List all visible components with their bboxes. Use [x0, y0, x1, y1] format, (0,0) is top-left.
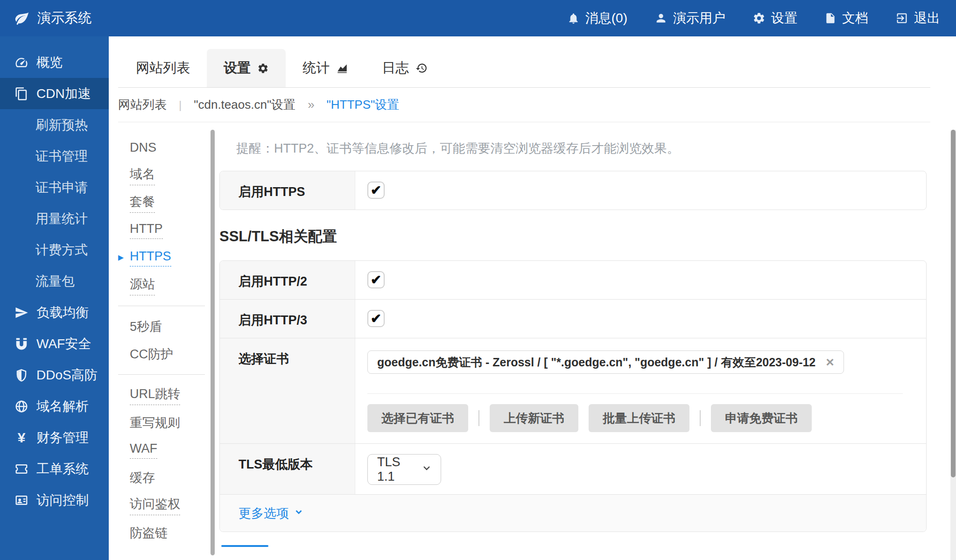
top-navbar: 演示系统 消息(0) 演示用户 设置 — [0, 0, 956, 36]
submenu-item-waf[interactable]: WAF — [109, 436, 216, 464]
sidebar: 概览 CDN加速 刷新预热 证书管理 证书申请 用量统计 计费方式 流量包 负载… — [0, 36, 109, 560]
tab-label: 网站列表 — [136, 59, 190, 77]
settings-body: DNS 域名 套餐 HTTP ▸ HTTPS 源站 5秒盾 CC防护 U — [109, 122, 956, 547]
breadcrumb-site-settings[interactable]: "cdn.teaos.cn"设置 — [194, 97, 295, 113]
form-row-certificate: 选择证书 goedge.cn免费证书 - Zerossl / [ "*.goed… — [220, 338, 926, 443]
upload-new-cert-button[interactable]: 上传新证书 — [490, 404, 578, 432]
submenu-item-rewrite[interactable]: 重写规则 — [109, 409, 216, 436]
contact-card-icon — [14, 493, 29, 507]
enable-https-checkbox[interactable]: ✔ — [367, 182, 385, 199]
submenu-item-hotlink[interactable]: 防盗链 — [109, 519, 216, 546]
sidebar-item-ddos[interactable]: DDoS高防 — [0, 359, 109, 391]
sidebar-item-label: 域名解析 — [36, 398, 89, 415]
sidebar-item-label: 工单系统 — [36, 460, 89, 478]
user-label: 演示用户 — [673, 9, 725, 27]
user-menu[interactable]: 演示用户 — [654, 9, 725, 27]
submenu-item-http[interactable]: HTTP — [109, 217, 216, 244]
settings-button[interactable]: 设置 — [752, 9, 797, 27]
save-button-edge[interactable] — [221, 545, 268, 547]
page-scrollbar-track[interactable] — [950, 130, 956, 560]
ssl-section-title: SSL/TLS相关配置 — [219, 227, 927, 246]
https-settings-form: 提醒：HTTP2、证书等信息修改后，可能需要清空浏览器缓存后才能浏览效果。 启用… — [219, 122, 956, 547]
sidebar-item-cert-manage[interactable]: 证书管理 — [0, 140, 109, 172]
sidebar-item-label: DDoS高防 — [36, 366, 98, 384]
divider — [367, 393, 903, 394]
tab-label: 统计 — [302, 59, 330, 77]
globe-icon — [14, 399, 29, 413]
more-options-link[interactable]: 更多选项 — [239, 505, 304, 522]
submenu-item-plan[interactable]: 套餐 — [109, 189, 216, 217]
magnet-icon — [14, 337, 29, 351]
sidebar-item-label: 刷新预热 — [35, 116, 88, 134]
submenu-item-cc[interactable]: CC防护 — [109, 340, 216, 368]
messages-button[interactable]: 消息(0) — [567, 9, 627, 27]
submenu-item-https[interactable]: ▸ HTTPS — [109, 244, 216, 272]
tab-site-list[interactable]: 网站列表 — [119, 49, 207, 87]
ticket-icon — [14, 462, 29, 476]
select-existing-cert-button[interactable]: 选择已有证书 — [367, 404, 468, 432]
sidebar-item-waf[interactable]: WAF安全 — [0, 328, 109, 359]
topnav: 消息(0) 演示用户 设置 文档 — [567, 9, 940, 27]
sidebar-item-access-control[interactable]: 访问控制 — [0, 484, 109, 516]
tab-logs[interactable]: 日志 — [365, 49, 444, 87]
breadcrumb-https-settings[interactable]: "HTTPS"设置 — [327, 97, 400, 113]
form-row-enable-https: 启用HTTPS ✔ — [220, 171, 926, 210]
page-scrollbar-thumb[interactable] — [951, 130, 956, 477]
submenu-item-5s-shield[interactable]: 5秒盾 — [109, 313, 216, 340]
remove-certificate-icon[interactable]: × — [826, 355, 834, 369]
sidebar-item-load-balancer[interactable]: 负载均衡 — [0, 297, 109, 328]
breadcrumb-site-list[interactable]: 网站列表 — [118, 97, 167, 113]
enable-http2-checkbox[interactable]: ✔ — [367, 271, 385, 288]
tab-stats[interactable]: 统计 — [286, 49, 365, 87]
sidebar-item-traffic-package[interactable]: 流量包 — [0, 266, 109, 297]
sidebar-item-tickets[interactable]: 工单系统 — [0, 453, 109, 484]
tab-label: 日志 — [382, 59, 409, 77]
submenu-item-cache[interactable]: 缓存 — [109, 464, 216, 491]
sidebar-item-label: 负载均衡 — [36, 304, 89, 322]
sidebar-item-billing-method[interactable]: 计费方式 — [0, 234, 109, 266]
docs-button[interactable]: 文档 — [824, 9, 868, 27]
sidebar-item-cdn[interactable]: CDN加速 — [0, 78, 109, 109]
form-row-http3: 启用HTTP/3 ✔ — [220, 299, 926, 338]
tab-bar: 网站列表 设置 统计 日志 — [118, 36, 930, 88]
submenu-divider — [118, 374, 205, 375]
submenu-item-origin[interactable]: 源站 — [109, 272, 216, 299]
tab-settings[interactable]: 设置 — [207, 49, 286, 87]
user-icon — [654, 12, 668, 25]
certificate-actions: 选择已有证书 上传新证书 批量上传证书 申请免费证书 — [367, 404, 912, 434]
sidebar-item-cert-apply[interactable]: 证书申请 — [0, 172, 109, 203]
notice-text: 提醒：HTTP2、证书等信息修改后，可能需要清空浏览器缓存后才能浏览效果。 — [236, 140, 927, 157]
form-row-more-options: 更多选项 — [220, 494, 926, 532]
docs-label: 文档 — [842, 9, 868, 27]
area-chart-icon — [336, 62, 348, 74]
settings-label: 设置 — [771, 9, 797, 27]
sidebar-item-label: 访问控制 — [36, 491, 89, 509]
apply-free-cert-button[interactable]: 申请免费证书 — [711, 404, 812, 432]
submenu-item-url-redirect[interactable]: URL跳转 — [109, 381, 216, 409]
enable-http3-checkbox[interactable]: ✔ — [367, 310, 385, 327]
gear-icon — [257, 63, 269, 74]
brand[interactable]: 演示系统 — [14, 9, 91, 28]
ssl-config-table: 启用HTTP/2 ✔ 启用HTTP/3 ✔ 选择证书 — [219, 260, 927, 532]
batch-upload-cert-button[interactable]: 批量上传证书 — [589, 404, 689, 432]
breadcrumb-separator: » — [308, 98, 314, 112]
sidebar-item-dns-resolve[interactable]: 域名解析 — [0, 391, 109, 422]
breadcrumb: 网站列表 | "cdn.teaos.cn"设置 » "HTTPS"设置 — [118, 88, 930, 122]
sidebar-item-overview[interactable]: 概览 — [0, 47, 109, 78]
sidebar-item-refresh-prewarm[interactable]: 刷新预热 — [0, 109, 109, 140]
sidebar-item-usage-stats[interactable]: 用量统计 — [0, 203, 109, 234]
submenu-item-auth[interactable]: 访问鉴权 — [109, 491, 216, 519]
certificate-text: goedge.cn免费证书 - Zerossl / [ "*.goedge.cn… — [377, 355, 815, 370]
tls-min-version-select[interactable]: TLS 1.1 — [367, 454, 441, 485]
logout-label: 退出 — [914, 9, 940, 27]
sidebar-item-label: CDN加速 — [36, 85, 91, 103]
https-enable-table: 启用HTTPS ✔ — [219, 171, 927, 210]
submenu-scrollbar[interactable] — [211, 130, 215, 555]
gauge-icon — [14, 56, 29, 70]
sidebar-item-finance[interactable]: ¥ 财务管理 — [0, 422, 109, 453]
sidebar-item-label: 证书管理 — [35, 147, 88, 165]
submenu-item-domains[interactable]: 域名 — [109, 161, 216, 189]
submenu-item-dns[interactable]: DNS — [109, 134, 216, 161]
form-row-tls-version: TLS最低版本 TLS 1.1 — [220, 443, 926, 494]
logout-button[interactable]: 退出 — [895, 9, 940, 27]
